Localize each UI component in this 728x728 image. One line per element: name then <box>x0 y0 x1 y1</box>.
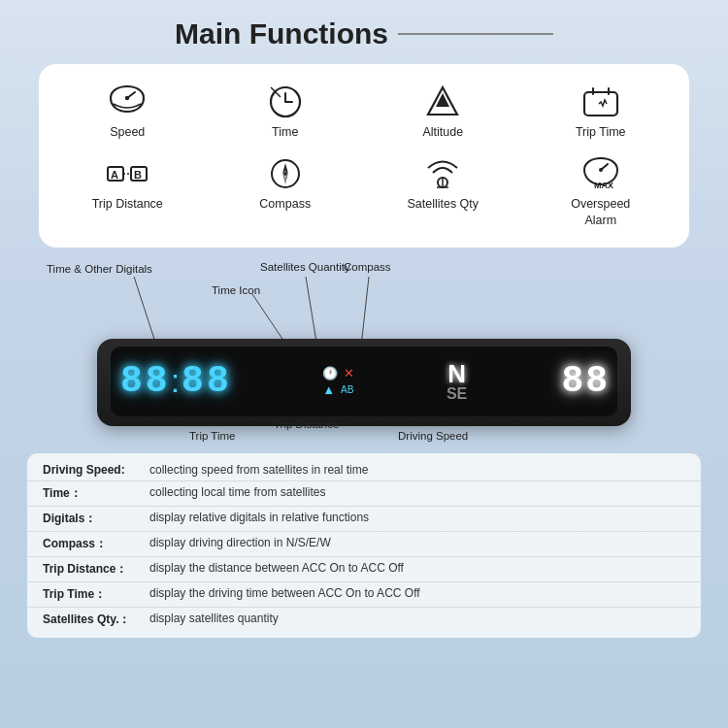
time-digit-1: 8 <box>120 363 144 400</box>
func-label-trip-distance: Trip Distance <box>92 196 163 212</box>
info-row-digitals: Digitals： display relative digitals in r… <box>27 507 701 532</box>
middle-icons: 🕐 ✕ ▲ AB <box>316 366 360 397</box>
svg-text:A: A <box>111 169 118 181</box>
annotation-satellites-qty: Satellites Quantity <box>260 261 350 273</box>
overspeed-icon: MAX <box>579 155 622 192</box>
functions-grid: Speed Time Altitude <box>49 78 679 234</box>
annotation-trip-distance: Trip Distance <box>274 418 339 430</box>
info-key-trip-distance: Trip Distance： <box>43 561 149 578</box>
trip-distance-icon: A B <box>106 155 149 192</box>
func-item-altitude: Altitude <box>364 78 522 146</box>
satellite-icon <box>421 155 464 192</box>
device-screen: 8 8 : 8 8 🕐 ✕ ▲ AB <box>111 347 617 416</box>
info-val-driving-speed: collecting speed from satellites in real… <box>149 463 368 477</box>
func-item-time: Time <box>207 78 365 146</box>
title-divider <box>398 33 553 35</box>
functions-card: Speed Time Altitude <box>39 64 689 248</box>
svg-rect-4 <box>584 92 617 116</box>
func-label-time: Time <box>272 124 298 140</box>
info-val-satellites: display satellites quantity <box>149 612 279 628</box>
func-label-overspeed: OverspeedAlarm <box>571 196 630 228</box>
speed-digit-1: 8 <box>561 363 583 400</box>
info-key-satellites: Satellites Qty.： <box>43 612 149 628</box>
info-val-trip-time: display the driving time between ACC On … <box>149 586 420 603</box>
info-val-time: collecting local time from satellites <box>149 485 325 502</box>
compass-s: S <box>447 386 457 402</box>
time-display: 8 8 : 8 8 <box>120 363 230 400</box>
func-label-satellites: Satellites Qty <box>407 196 479 212</box>
speed-icon <box>106 83 149 120</box>
func-item-compass: Compass <box>207 149 365 234</box>
hud-device: 8 8 : 8 8 🕐 ✕ ▲ AB <box>97 339 631 426</box>
compass-letters: N S E <box>447 361 467 402</box>
info-key-compass: Compass： <box>43 536 149 552</box>
func-item-trip-distance: A B Trip Distance <box>49 149 207 234</box>
svg-point-16 <box>599 168 603 172</box>
annotation-driving-speed: Driving Speed <box>398 430 468 442</box>
info-val-digitals: display relative digitals in relative fu… <box>149 511 369 527</box>
time-colon: : <box>171 364 180 397</box>
info-row-driving-speed: Driving Speed: collecting speed from sat… <box>27 459 701 481</box>
annotation-compass: Compass <box>344 261 391 273</box>
func-item-satellites: Satellites Qty <box>364 149 522 234</box>
info-row-satellites: Satellites Qty.： display satellites quan… <box>27 608 701 632</box>
satellite-mini-icon: ✕ <box>344 366 354 381</box>
func-label-altitude: Altitude <box>422 124 463 140</box>
compass-n: N <box>447 361 466 386</box>
clock-mini-icon: 🕐 <box>322 366 338 381</box>
info-row-compass: Compass： display driving direction in N/… <box>27 532 701 557</box>
altitude-icon <box>421 83 464 120</box>
info-row-time: Time： collecting local time from satelli… <box>27 481 701 507</box>
speed-display: 8 8 <box>561 363 608 400</box>
info-row-trip-distance: Trip Distance： display the distance betw… <box>27 557 701 582</box>
compass-display: N S E <box>447 361 467 402</box>
bottom-icon-row: ▲ AB <box>322 382 353 397</box>
mountain-mini-icon: ▲ <box>322 382 335 397</box>
title-text: Main Functions <box>175 17 388 50</box>
func-item-overspeed: MAX OverspeedAlarm <box>522 149 680 234</box>
func-label-trip-time: Trip Time <box>576 124 626 140</box>
svg-text:B: B <box>134 169 142 181</box>
speed-digit-2: 8 <box>585 363 608 400</box>
func-item-speed: Speed <box>49 78 207 146</box>
top-icon-row: 🕐 ✕ <box>322 366 354 381</box>
info-key-time: Time： <box>43 485 149 502</box>
compass-se: S E <box>447 386 467 402</box>
annotation-time-icon: Time Icon <box>212 284 260 296</box>
time-digit-2: 8 <box>146 363 169 400</box>
time-digit-3: 8 <box>182 363 205 400</box>
annotation-trip-time: Trip Time <box>189 430 236 442</box>
func-label-compass: Compass <box>259 196 311 212</box>
compass-icon <box>264 155 307 192</box>
info-row-trip-time: Trip Time： display the driving time betw… <box>27 582 701 608</box>
info-table: Driving Speed: collecting speed from sat… <box>27 453 701 638</box>
page-title: Main Functions <box>0 0 728 50</box>
ab-mini-icon: AB <box>341 384 353 395</box>
time-digit-4: 8 <box>207 363 230 400</box>
compass-e: E <box>457 386 468 402</box>
annotation-time-other: Time & Other Digitals <box>47 263 152 275</box>
info-val-trip-distance: display the distance between ACC On to A… <box>149 561 404 578</box>
time-icon <box>264 83 307 120</box>
svg-point-0 <box>125 96 129 100</box>
func-label-speed: Speed <box>110 124 145 140</box>
svg-text:MAX: MAX <box>594 181 613 190</box>
info-key-digitals: Digitals： <box>43 511 149 527</box>
display-section: Time & Other Digitals Satellites Quantit… <box>19 259 709 444</box>
svg-point-12 <box>283 172 287 176</box>
info-val-compass: display driving direction in N/S/E/W <box>149 536 331 552</box>
info-key-driving-speed: Driving Speed: <box>43 463 149 477</box>
info-key-trip-time: Trip Time： <box>43 586 149 603</box>
func-item-trip-time: Trip Time <box>522 78 680 146</box>
trip-time-icon <box>579 83 622 120</box>
